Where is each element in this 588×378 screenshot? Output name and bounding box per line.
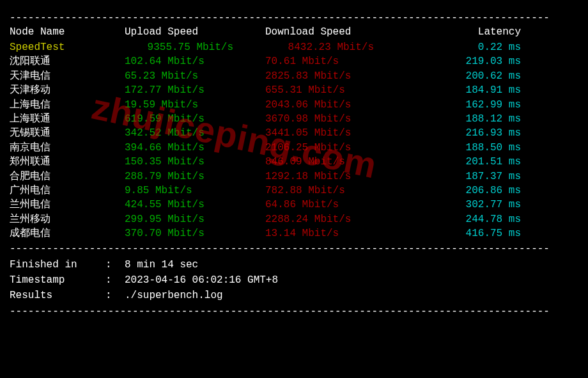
download-value: 3670.98 Mbit/s [265, 112, 406, 126]
finished-label: Finished in [10, 257, 105, 272]
upload-value: 19.59 Mbit/s [125, 98, 265, 112]
download-value: 1292.18 Mbit/s [265, 169, 406, 184]
summary-timestamp: Timestamp : 2023-04-16 06:02:16 GMT+8 [10, 272, 578, 288]
node-name: 上海电信 [10, 98, 125, 112]
table-row: 上海联通 619.59 Mbit/s 3670.98 Mbit/s 188.12… [10, 112, 578, 126]
node-name: 上海联通 [10, 112, 125, 126]
node-name: 无锡联通 [10, 126, 125, 140]
node-name: 南京电信 [10, 141, 125, 155]
upload-value: 342.52 Mbit/s [125, 126, 265, 140]
latency-value: 416.75 ms [406, 226, 521, 240]
download-value: 846.09 Mbit/s [265, 155, 406, 169]
results-sep: : [105, 288, 125, 303]
node-name: 天津电信 [10, 69, 125, 83]
header-latency: Latency [406, 26, 521, 38]
node-name: 广州电信 [10, 184, 125, 198]
table-row: 无锡联通 342.52 Mbit/s 3441.05 Mbit/s 216.93… [10, 126, 578, 140]
download-value: 13.14 Mbit/s [265, 226, 406, 240]
latency-value: 188.50 ms [406, 141, 521, 155]
upload-value: 172.77 Mbit/s [125, 83, 265, 97]
divider-top: ----------------------------------------… [10, 12, 578, 24]
node-name: 兰州电信 [10, 198, 125, 212]
latency-value: 162.99 ms [406, 98, 521, 112]
latency-value: 187.37 ms [406, 169, 521, 184]
latency-value: 219.03 ms [406, 54, 521, 68]
upload-value: 370.70 Mbit/s [125, 226, 265, 240]
divider-mid: ----------------------------------------… [10, 243, 578, 255]
download-value: 3441.05 Mbit/s [265, 126, 406, 140]
table-row: 成都电信 370.70 Mbit/s 13.14 Mbit/s 416.75 m… [10, 226, 578, 240]
speedtest-download: 8432.23 Mbit/s [265, 40, 406, 54]
header-name: Node Name [10, 26, 125, 38]
results-label: Results [10, 288, 105, 303]
download-value: 2043.06 Mbit/s [265, 98, 406, 112]
download-value: 2825.83 Mbit/s [265, 69, 406, 83]
latency-value: 244.78 ms [406, 212, 521, 226]
upload-value: 299.95 Mbit/s [125, 212, 265, 226]
timestamp-value: 2023-04-16 06:02:16 GMT+8 [125, 272, 278, 288]
summary-finished: Finished in : 8 min 14 sec [10, 257, 578, 272]
divider-bottom: ----------------------------------------… [10, 306, 578, 317]
table-row: 合肥电信 288.79 Mbit/s 1292.18 Mbit/s 187.37… [10, 169, 578, 184]
header-upload: Upload Speed [125, 26, 265, 38]
upload-value: 424.55 Mbit/s [125, 198, 265, 212]
timestamp-label: Timestamp [10, 272, 105, 288]
upload-value: 65.23 Mbit/s [125, 69, 265, 83]
download-value: 70.61 Mbit/s [265, 54, 406, 68]
node-name: 合肥电信 [10, 169, 125, 184]
download-value: 2288.24 Mbit/s [265, 212, 406, 226]
latency-value: 200.62 ms [406, 69, 521, 83]
finished-sep: : [105, 257, 125, 272]
table-row: 南京电信 394.66 Mbit/s 2106.25 Mbit/s 188.50… [10, 141, 578, 155]
upload-value: 102.64 Mbit/s [125, 54, 265, 68]
table-header: Node Name Upload Speed Download Speed La… [10, 26, 578, 38]
upload-value: 288.79 Mbit/s [125, 169, 265, 184]
finished-value: 8 min 14 sec [125, 257, 198, 272]
results-value: ./superbench.log [125, 288, 223, 303]
header-download: Download Speed [265, 26, 406, 38]
node-name: 天津移动 [10, 83, 125, 97]
table-row: 天津电信 65.23 Mbit/s 2825.83 Mbit/s 200.62 … [10, 69, 578, 83]
download-value: 2106.25 Mbit/s [265, 141, 406, 155]
node-name: 兰州移动 [10, 212, 125, 226]
speedtest-upload: 9355.75 Mbit/s [125, 40, 265, 54]
upload-value: 394.66 Mbit/s [125, 141, 265, 155]
table-row: 兰州电信 424.55 Mbit/s 64.86 Mbit/s 302.77 m… [10, 198, 578, 212]
upload-value: 150.35 Mbit/s [125, 155, 265, 169]
table-row: 广州电信 9.85 Mbit/s 782.88 Mbit/s 206.86 ms [10, 184, 578, 198]
latency-value: 201.51 ms [406, 155, 521, 169]
node-name: 成都电信 [10, 226, 125, 240]
download-value: 655.31 Mbit/s [265, 83, 406, 97]
latency-value: 302.77 ms [406, 198, 521, 212]
node-name: 郑州联通 [10, 155, 125, 169]
node-name: 沈阳联通 [10, 54, 125, 68]
latency-value: 188.12 ms [406, 112, 521, 126]
timestamp-sep: : [105, 272, 125, 288]
table-row: 郑州联通 150.35 Mbit/s 846.09 Mbit/s 201.51 … [10, 155, 578, 169]
speedtest-row: SpeedTest 9355.75 Mbit/s 8432.23 Mbit/s … [10, 40, 578, 54]
summary-results: Results : ./superbench.log [10, 288, 578, 303]
table-row: 兰州移动 299.95 Mbit/s 2288.24 Mbit/s 244.78… [10, 212, 578, 226]
latency-value: 184.91 ms [406, 83, 521, 97]
upload-value: 619.59 Mbit/s [125, 112, 265, 126]
download-value: 64.86 Mbit/s [265, 198, 406, 212]
speedtest-latency: 0.22 ms [406, 40, 521, 54]
table-row: 上海电信 19.59 Mbit/s 2043.06 Mbit/s 162.99 … [10, 98, 578, 112]
latency-value: 216.93 ms [406, 126, 521, 140]
table-row: 沈阳联通 102.64 Mbit/s 70.61 Mbit/s 219.03 m… [10, 54, 578, 68]
table-row: 天津移动 172.77 Mbit/s 655.31 Mbit/s 184.91 … [10, 83, 578, 97]
speedtest-name: SpeedTest [10, 40, 125, 54]
download-value: 782.88 Mbit/s [265, 184, 406, 198]
summary-section: Finished in : 8 min 14 sec Timestamp : 2… [10, 257, 578, 303]
latency-value: 206.86 ms [406, 184, 521, 198]
upload-value: 9.85 Mbit/s [125, 184, 265, 198]
